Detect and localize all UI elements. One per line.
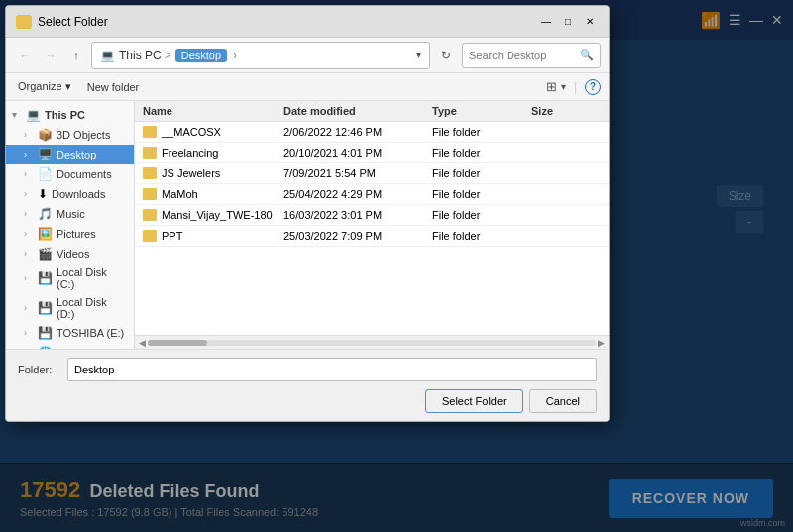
tree-item-network[interactable]: › 🌐 Network bbox=[6, 343, 134, 349]
tree-item-locald[interactable]: › 💾 Local Disk (D:) bbox=[6, 293, 134, 323]
select-folder-dialog: Select Folder — □ ✕ ← → ↑ 💻 This PC > De… bbox=[5, 5, 610, 422]
folder-title-icon bbox=[16, 15, 32, 29]
forward-button[interactable]: → bbox=[40, 45, 61, 66]
file-row-macosx[interactable]: __MACOSX 2/06/2022 12:46 PM File folder bbox=[135, 122, 609, 143]
file-list: __MACOSX 2/06/2022 12:46 PM File folder … bbox=[135, 122, 609, 335]
nav-tree: ▾ 💻 This PC › 📦 3D Objects › 🖥️ Desktop … bbox=[6, 101, 135, 349]
select-folder-button[interactable]: Select Folder bbox=[425, 389, 523, 413]
dialog-overlay: Select Folder — □ ✕ ← → ↑ 💻 This PC > De… bbox=[0, 0, 793, 532]
breadcrumb-thispc: This PC > bbox=[119, 49, 171, 62]
scroll-right-icon[interactable]: ▶ bbox=[598, 338, 605, 348]
organize-toolbar: Organize ▾ New folder ⊞ ▾ | ? bbox=[6, 73, 609, 101]
button-row: Select Folder Cancel bbox=[18, 389, 597, 413]
dialog-title-area: Select Folder bbox=[16, 15, 108, 29]
tree-item-desktop[interactable]: › 🖥️ Desktop bbox=[6, 145, 134, 164]
file-list-header: Name Date modified Type Size bbox=[135, 101, 609, 122]
new-folder-button[interactable]: New folder bbox=[83, 79, 144, 95]
dialog-body: ▾ 💻 This PC › 📦 3D Objects › 🖥️ Desktop … bbox=[6, 101, 609, 349]
back-button[interactable]: ← bbox=[14, 45, 36, 66]
dialog-title-text: Select Folder bbox=[38, 15, 108, 29]
folder-icon bbox=[143, 209, 157, 221]
folder-icon bbox=[143, 230, 157, 242]
scroll-track bbox=[148, 340, 596, 346]
scroll-thumb bbox=[148, 340, 207, 346]
file-row-mamoh[interactable]: MaMoh 25/04/2022 4:29 PM File folder bbox=[135, 184, 609, 205]
folder-row: Folder: bbox=[18, 358, 597, 381]
refresh-button[interactable]: ↻ bbox=[434, 44, 458, 67]
dialog-navigation-toolbar: ← → ↑ 💻 This PC > Desktop › ▾ ↻ 🔍 bbox=[6, 38, 609, 73]
dialog-footer: Folder: Select Folder Cancel bbox=[6, 349, 609, 421]
up-button[interactable]: ↑ bbox=[65, 45, 87, 66]
tree-icon-thispc: 💻 bbox=[26, 108, 41, 122]
horizontal-scrollbar[interactable]: ◀ ▶ bbox=[135, 335, 609, 349]
search-bar[interactable]: 🔍 bbox=[462, 43, 601, 68]
col-size: Size bbox=[531, 105, 601, 117]
file-row-jsjewelers[interactable]: JS Jewelers 7/09/2021 5:54 PM File folde… bbox=[135, 163, 609, 184]
dialog-titlebar: Select Folder — □ ✕ bbox=[6, 6, 609, 38]
search-icon: 🔍 bbox=[580, 49, 594, 61]
view-toggle: ⊞ ▾ | ? bbox=[546, 79, 601, 95]
watermark: wsidm.com bbox=[740, 518, 785, 528]
tree-item-3dobjects[interactable]: › 📦 3D Objects bbox=[6, 125, 134, 145]
dialog-maximize-button[interactable]: □ bbox=[559, 13, 577, 31]
search-input[interactable] bbox=[469, 50, 580, 61]
organize-button[interactable]: Organize ▾ bbox=[14, 78, 75, 95]
tree-item-thispc[interactable]: ▾ 💻 This PC bbox=[6, 105, 134, 125]
breadcrumb-bar: 💻 This PC > Desktop › ▾ bbox=[91, 42, 430, 69]
file-list-container: Name Date modified Type Size __MACOSX 2/… bbox=[135, 101, 609, 349]
folder-icon bbox=[143, 167, 157, 179]
breadcrumb-arrow: › bbox=[233, 49, 237, 62]
folder-label: Folder: bbox=[18, 364, 59, 375]
folder-icon bbox=[143, 188, 157, 200]
folder-icon bbox=[143, 147, 157, 159]
folder-icon bbox=[143, 126, 157, 138]
col-date: Date modified bbox=[283, 105, 432, 117]
tree-item-documents[interactable]: › 📄 Documents bbox=[6, 164, 134, 184]
view-dropdown-icon[interactable]: ▾ bbox=[561, 81, 566, 92]
breadcrumb-current: Desktop bbox=[175, 49, 227, 62]
dialog-minimize-button[interactable]: — bbox=[537, 13, 555, 31]
col-type: Type bbox=[432, 105, 531, 117]
view-icon[interactable]: ⊞ bbox=[546, 79, 557, 94]
dialog-window-controls: — □ ✕ bbox=[537, 13, 599, 31]
breadcrumb-dropdown-icon[interactable]: ▾ bbox=[416, 50, 421, 60]
tree-item-pictures[interactable]: › 🖼️ Pictures bbox=[6, 224, 134, 244]
scroll-left-icon[interactable]: ◀ bbox=[139, 338, 146, 348]
tree-item-music[interactable]: › 🎵 Music bbox=[6, 204, 134, 224]
cancel-button[interactable]: Cancel bbox=[529, 389, 597, 413]
file-row-freelancing[interactable]: Freelancing 20/10/2021 4:01 PM File fold… bbox=[135, 143, 609, 163]
col-name: Name bbox=[143, 105, 283, 117]
breadcrumb-icon: 💻 bbox=[100, 49, 115, 62]
folder-input[interactable] bbox=[67, 358, 597, 381]
tree-item-localc[interactable]: › 💾 Local Disk (C:) bbox=[6, 264, 134, 293]
file-row-mansivijay[interactable]: Mansi_Vijay_TWE-180 16/03/2022 3:01 PM F… bbox=[135, 205, 609, 226]
tree-item-downloads[interactable]: › ⬇ Downloads bbox=[6, 184, 134, 204]
file-row-ppt[interactable]: PPT 25/03/2022 7:09 PM File folder bbox=[135, 226, 609, 247]
tree-item-toshiba[interactable]: › 💾 TOSHIBA (E:) bbox=[6, 323, 134, 343]
dialog-close-button[interactable]: ✕ bbox=[581, 13, 599, 31]
tree-item-videos[interactable]: › 🎬 Videos bbox=[6, 244, 134, 264]
tree-arrow-thispc: ▾ bbox=[12, 110, 22, 120]
help-icon[interactable]: ? bbox=[585, 79, 601, 95]
